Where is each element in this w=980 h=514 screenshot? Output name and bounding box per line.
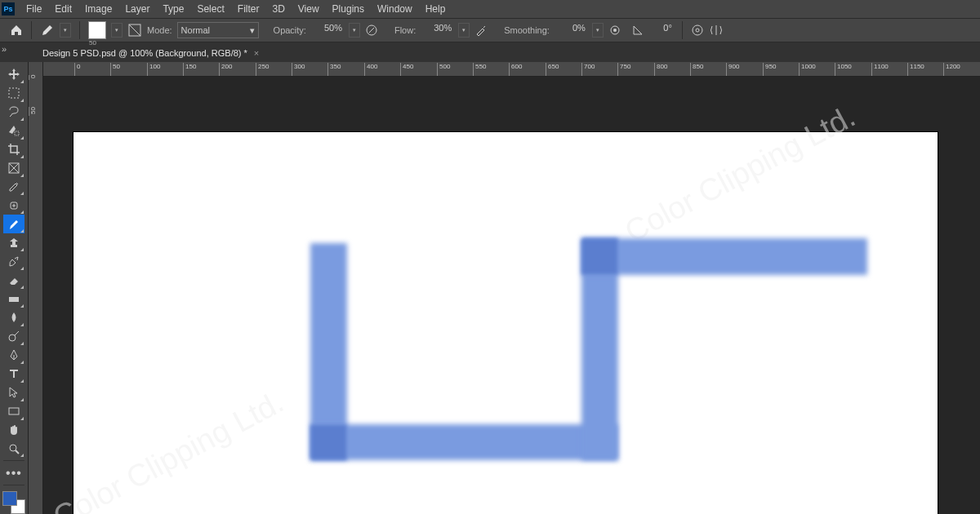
menu-layer[interactable]: Layer bbox=[118, 0, 156, 18]
tool-preset-dropdown[interactable]: ▾ bbox=[60, 23, 71, 38]
menu-help[interactable]: Help bbox=[419, 0, 452, 18]
hruler-tick: 1100 bbox=[871, 63, 889, 77]
menu-select[interactable]: Select bbox=[190, 0, 230, 18]
canvas-wrap: 0 50 100 150 200 250 300 350 400 450 500… bbox=[43, 62, 980, 514]
brush-size-label: 50 bbox=[89, 39, 96, 47]
hruler-tick: 1050 bbox=[835, 63, 852, 77]
document[interactable]: Color Clipping Ltd. Color Clipping Ltd. bbox=[74, 132, 938, 514]
frame-tool[interactable] bbox=[3, 159, 24, 178]
close-tab-icon[interactable]: × bbox=[254, 48, 259, 58]
hruler-tick: 300 bbox=[292, 63, 305, 77]
chevron-down-icon: ▾ bbox=[250, 25, 255, 36]
smoothing-dropdown[interactable]: ▾ bbox=[592, 23, 604, 38]
hruler-tick: 950 bbox=[763, 63, 776, 77]
history-brush-tool[interactable] bbox=[3, 252, 24, 271]
angle-value[interactable]: 0° bbox=[649, 23, 674, 38]
edit-toolbar-icon[interactable]: ••• bbox=[3, 463, 24, 482]
hruler-tick: 450 bbox=[400, 63, 413, 77]
brush-stroke bbox=[582, 239, 617, 274]
hruler-tick: 800 bbox=[654, 63, 667, 77]
svg-rect-7 bbox=[15, 131, 19, 135]
mode-select[interactable]: Normal▾ bbox=[177, 22, 259, 38]
zoom-tool[interactable] bbox=[3, 439, 24, 458]
symmetry-icon[interactable] bbox=[709, 24, 724, 37]
crop-tool[interactable] bbox=[3, 140, 24, 159]
svg-point-5 bbox=[696, 29, 699, 32]
path-select-tool[interactable] bbox=[3, 383, 24, 402]
lasso-tool[interactable] bbox=[3, 103, 24, 122]
flow-dropdown[interactable]: ▾ bbox=[458, 23, 470, 38]
hruler-tick: 50 bbox=[110, 63, 120, 77]
smoothing-value[interactable]: 0% bbox=[555, 23, 587, 38]
brush-tool[interactable] bbox=[3, 215, 24, 233]
svg-point-4 bbox=[693, 25, 702, 35]
flow-value[interactable]: 30% bbox=[421, 23, 453, 38]
menu-filter[interactable]: Filter bbox=[231, 0, 266, 18]
svg-rect-6 bbox=[9, 88, 19, 98]
svg-point-3 bbox=[613, 29, 617, 32]
brush-tool-icon[interactable] bbox=[40, 23, 55, 38]
menu-edit[interactable]: Edit bbox=[48, 0, 78, 18]
blur-tool[interactable] bbox=[3, 308, 24, 327]
flow-label: Flow: bbox=[394, 25, 416, 35]
hruler-tick: 900 bbox=[726, 63, 739, 77]
hruler-tick: 250 bbox=[256, 63, 269, 77]
vertical-ruler[interactable]: 0 50 bbox=[29, 62, 43, 514]
smoothing-options-icon[interactable] bbox=[608, 24, 621, 37]
rectangle-tool[interactable] bbox=[3, 402, 24, 421]
menu-plugins[interactable]: Plugins bbox=[326, 0, 371, 18]
menu-view[interactable]: View bbox=[292, 0, 326, 18]
document-tab-title: Design 5 PSD.psd @ 100% (Background, RGB… bbox=[42, 48, 247, 58]
menu-3d[interactable]: 3D bbox=[265, 0, 291, 18]
move-tool[interactable] bbox=[3, 65, 24, 84]
eyedropper-tool[interactable] bbox=[3, 178, 24, 197]
airbrush-icon[interactable] bbox=[474, 24, 488, 37]
svg-point-13 bbox=[10, 445, 16, 451]
hruler-tick: 500 bbox=[437, 63, 450, 77]
color-swatches[interactable] bbox=[2, 491, 25, 514]
svg-rect-12 bbox=[9, 408, 19, 414]
canvas[interactable]: Color Clipping Ltd. Color Clipping Ltd. bbox=[43, 77, 980, 514]
clone-stamp-tool[interactable] bbox=[3, 233, 24, 252]
hruler-tick: 650 bbox=[546, 63, 559, 77]
type-tool[interactable] bbox=[3, 365, 24, 383]
options-bar: ▾ 50 ▾ Mode: Normal▾ Opacity: 50% ▾ Flow… bbox=[0, 18, 980, 42]
document-tab-bar: » Design 5 PSD.psd @ 100% (Background, R… bbox=[0, 42, 980, 62]
brush-settings-icon[interactable] bbox=[127, 23, 142, 38]
menu-type[interactable]: Type bbox=[156, 0, 190, 18]
angle-icon[interactable] bbox=[631, 24, 644, 37]
quick-select-tool[interactable] bbox=[3, 122, 24, 140]
brush-preview[interactable]: 50 bbox=[88, 21, 106, 39]
brush-stroke bbox=[310, 424, 617, 460]
opacity-value[interactable]: 50% bbox=[311, 23, 344, 38]
smoothing-label: Smoothing: bbox=[504, 25, 550, 35]
marquee-tool[interactable] bbox=[3, 84, 24, 103]
foreground-color[interactable] bbox=[2, 491, 17, 506]
healing-brush-tool[interactable] bbox=[3, 196, 24, 215]
eraser-tool[interactable] bbox=[3, 271, 24, 290]
document-tab[interactable]: Design 5 PSD.psd @ 100% (Background, RGB… bbox=[34, 43, 267, 62]
horizontal-ruler[interactable]: 0 50 100 150 200 250 300 350 400 450 500… bbox=[43, 62, 980, 77]
dodge-tool[interactable] bbox=[3, 327, 24, 346]
hruler-tick: 1150 bbox=[907, 63, 924, 77]
pressure-size-icon[interactable] bbox=[691, 24, 704, 37]
brush-stroke bbox=[311, 425, 346, 459]
app-icon: Ps bbox=[2, 2, 15, 16]
menu-file[interactable]: File bbox=[20, 0, 48, 18]
hruler-tick: 550 bbox=[473, 63, 486, 77]
menu-image[interactable]: Image bbox=[78, 0, 118, 18]
watermark: Color Clipping Ltd. bbox=[619, 99, 861, 250]
pressure-opacity-icon[interactable] bbox=[365, 24, 378, 37]
collapse-panels-icon[interactable]: » bbox=[2, 44, 7, 54]
hruler-tick: 850 bbox=[690, 63, 703, 77]
hruler-tick: 600 bbox=[509, 63, 522, 77]
home-icon[interactable] bbox=[10, 24, 23, 37]
menu-window[interactable]: Window bbox=[371, 0, 419, 18]
menu-bar: Ps File Edit Image Layer Type Select Fil… bbox=[0, 0, 980, 18]
hruler-tick: 200 bbox=[219, 63, 232, 77]
gradient-tool[interactable] bbox=[3, 290, 24, 308]
brush-preset-dropdown[interactable]: ▾ bbox=[111, 23, 122, 38]
pen-tool[interactable] bbox=[3, 346, 24, 365]
hand-tool[interactable] bbox=[3, 421, 24, 440]
opacity-dropdown[interactable]: ▾ bbox=[349, 23, 360, 38]
